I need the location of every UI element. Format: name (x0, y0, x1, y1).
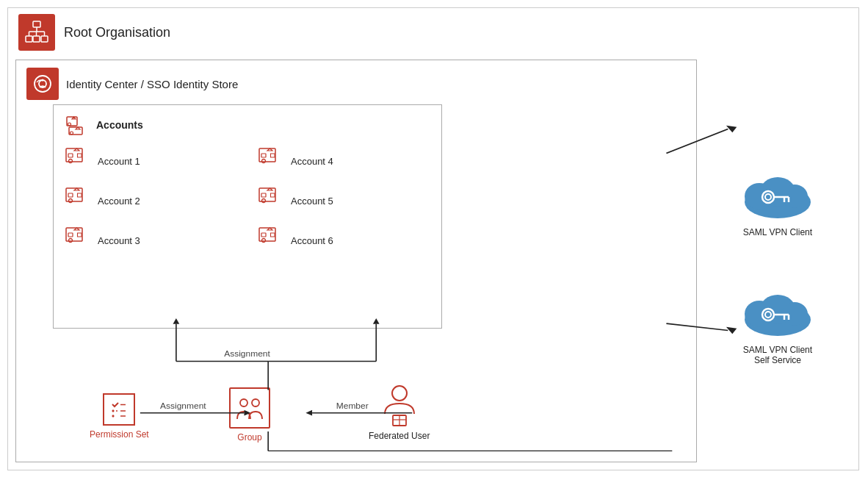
svg-marker-21 (78, 154, 82, 157)
account-1-label: Account 1 (98, 156, 140, 167)
permission-set-icon (108, 398, 130, 420)
svg-point-9 (35, 76, 51, 92)
account-2-icon (65, 187, 92, 214)
svg-rect-2 (33, 36, 40, 42)
account-6-icon (258, 227, 285, 254)
account-1-item: Account 1 (65, 148, 236, 174)
saml-vpn-self-service-cloud (737, 282, 818, 340)
right-panel: SAML VPN Client SAML VPN Client Self Ser… (704, 60, 851, 462)
account-5-icon (258, 187, 285, 214)
svg-point-58 (392, 386, 407, 401)
svg-text:Member: Member (336, 401, 369, 409)
identity-icon-box (26, 68, 59, 100)
federated-user-item: Federated User (369, 383, 430, 441)
page-title: Root Organisation (64, 25, 170, 40)
accounts-header: Accounts (65, 112, 430, 137)
svg-marker-74 (305, 410, 312, 416)
accounts-title: Accounts (96, 119, 143, 131)
svg-point-56 (240, 399, 247, 406)
account-4-item: Account 4 (258, 148, 430, 174)
svg-marker-31 (78, 193, 82, 197)
account-2-label: Account 2 (98, 196, 140, 207)
account-5-item: Account 5 (258, 187, 430, 214)
svg-point-57 (252, 399, 259, 406)
account-4-icon (258, 148, 285, 174)
outer-container: Root Organisation Identity Center / SSO … (7, 7, 859, 470)
svg-rect-3 (41, 36, 48, 42)
svg-marker-26 (271, 154, 275, 157)
saml-vpn-client-label: SAML VPN Client (743, 227, 812, 237)
account-3-item: Account 3 (65, 227, 236, 254)
account-3-label: Account 3 (98, 235, 140, 246)
identity-icon (32, 74, 53, 94)
svg-rect-15 (69, 127, 82, 135)
saml-vpn-client-cloud (737, 164, 818, 223)
saml-vpn-client-self-service-item: SAML VPN Client Self Service (737, 282, 818, 365)
svg-rect-40 (68, 233, 73, 237)
saml-vpn-self-service-label: SAML VPN Client Self Service (743, 345, 812, 365)
svg-marker-41 (78, 233, 82, 237)
svg-text:Assignment: Assignment (160, 401, 206, 409)
main-content: Identity Center / SSO Identity Store A (15, 60, 851, 462)
group-icon (234, 393, 265, 423)
svg-rect-35 (261, 193, 266, 197)
group-icon-box (229, 387, 270, 429)
account-6-label: Account 6 (291, 235, 333, 246)
root-org-icon (24, 20, 49, 45)
account-5-label: Account 5 (291, 196, 333, 207)
permission-set-label: Permission Set (90, 429, 149, 440)
account-1-icon (65, 148, 92, 174)
header-bar: Root Organisation (8, 8, 858, 57)
identity-center-title: Identity Center / SSO Identity Store (66, 78, 238, 90)
identity-center-box: Identity Center / SSO Identity Store A (15, 60, 697, 462)
svg-text:Assignment: Assignment (224, 349, 270, 357)
permission-set-item: Permission Set (90, 393, 149, 440)
svg-rect-20 (68, 154, 73, 157)
account-3-icon (65, 227, 92, 254)
svg-rect-0 (33, 21, 40, 27)
svg-rect-45 (261, 233, 266, 237)
group-label: Group (237, 432, 261, 443)
permission-set-icon-box (103, 393, 135, 426)
root-org-icon-box (18, 14, 55, 51)
svg-rect-1 (26, 36, 32, 42)
account-2-item: Account 2 (65, 187, 236, 214)
accounts-icon (65, 112, 90, 137)
account-4-label: Account 4 (291, 156, 333, 167)
identity-label-bar: Identity Center / SSO Identity Store (26, 68, 686, 100)
accounts-region: Accounts Account 1 (53, 104, 442, 329)
svg-marker-36 (271, 193, 275, 197)
saml-vpn-client-item: SAML VPN Client (737, 164, 818, 237)
svg-rect-25 (261, 154, 266, 157)
svg-marker-46 (271, 233, 275, 237)
account-6-item: Account 6 (258, 227, 430, 254)
accounts-grid: Account 1 Account 4 (65, 148, 430, 254)
svg-rect-30 (68, 193, 73, 197)
federated-user-icon (380, 383, 419, 427)
federated-user-label: Federated User (369, 431, 430, 441)
group-item: Group (229, 387, 270, 443)
